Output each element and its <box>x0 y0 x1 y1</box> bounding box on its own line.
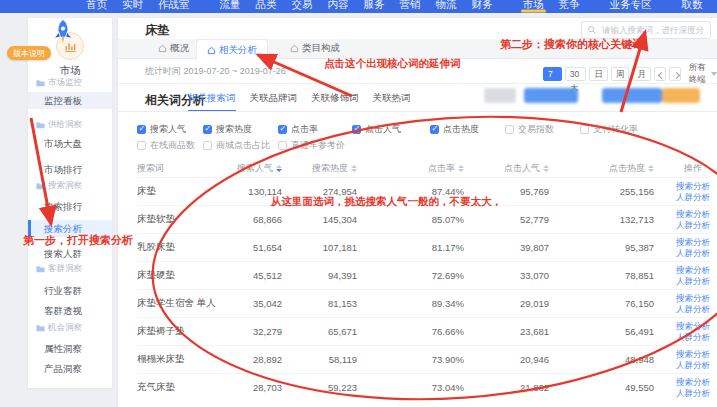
search-analysis-link[interactable]: 搜索分析 <box>676 237 710 247</box>
shop-icon <box>158 44 167 53</box>
crowd-analysis-link[interactable]: 人群分析 <box>676 388 710 398</box>
subtab-related-search-words[interactable]: 相关搜索词 <box>188 92 236 112</box>
nav-item-marketing[interactable]: 营销 <box>400 0 421 11</box>
col-click-popularity[interactable]: 点击人气 <box>472 162 557 175</box>
tab-related-analysis[interactable]: 相关分析 <box>196 39 268 60</box>
col-search-term[interactable]: 搜索词 <box>137 162 235 175</box>
shop-icon <box>290 44 299 53</box>
metric-click-heat[interactable]: 点击热度 <box>430 124 479 135</box>
redacted-button-orange[interactable] <box>662 88 700 103</box>
date-7d-button[interactable]: 7天 <box>543 67 562 81</box>
crowd-analysis-link[interactable]: 人群分析 <box>676 304 710 314</box>
col-search-popularity[interactable]: 搜索人气 <box>235 162 290 175</box>
nav-item-logistics[interactable]: 物流 <box>436 0 457 11</box>
table-row: 床垫 130,114 274,954 87.44% 95,769 255,156… <box>137 177 710 205</box>
search-analysis-link[interactable]: 搜索分析 <box>676 321 710 331</box>
date-week-button[interactable]: 周 <box>611 67 630 81</box>
table-row: 床垫学生宿舍 单人 35,042 81,153 89.34% 29,019 76… <box>137 289 710 317</box>
sidebar-item-market-ranking[interactable]: 市场排行 <box>28 161 112 178</box>
redacted-button-blue-1[interactable] <box>524 88 578 103</box>
crowd-analysis-link[interactable]: 人群分析 <box>676 192 710 202</box>
search-analysis-link[interactable]: 搜索分析 <box>676 377 710 387</box>
crowd-analysis-link[interactable]: 人群分析 <box>676 276 710 286</box>
sidebar-section-supply-insight[interactable]: 供给洞察 <box>28 118 112 132</box>
metric-mall-click-share[interactable]: 商城点击占比 <box>203 140 270 151</box>
search-term: 床垫 <box>137 185 235 198</box>
sidebar-item-search-crowd[interactable]: 搜索人群 <box>28 245 112 262</box>
metric-ctr[interactable]: 点击率 <box>278 124 318 135</box>
search-term: 床垫硬垫 <box>137 269 235 282</box>
search-analysis-link[interactable]: 搜索分析 <box>676 349 710 359</box>
nav-item-finance[interactable]: 财务 <box>472 0 493 11</box>
sort-icon <box>351 165 357 172</box>
tab-category-composition[interactable]: 类目构成 <box>280 39 350 58</box>
crowd-analysis-link[interactable]: 人群分析 <box>676 248 710 258</box>
col-click-heat[interactable]: 点击热度 <box>557 162 662 175</box>
crowd-analysis-link[interactable]: 人群分析 <box>676 332 710 342</box>
sidebar-section-search-insight[interactable]: 搜索洞察 <box>28 179 112 193</box>
search-analysis-link[interactable]: 搜索分析 <box>676 293 710 303</box>
date-month-button[interactable]: 月 <box>632 67 651 81</box>
date-next-button[interactable] <box>669 67 681 81</box>
metric-search-popularity[interactable]: 搜索人气 <box>137 124 186 135</box>
main-panel: 床垫 概况 相关分析 类目构成 统计时间 2019-07-20 ~ 2019-0… <box>118 18 717 407</box>
table-row: 床垫褥子垫 32,279 65,671 76.66% 23,681 56,491… <box>137 317 710 345</box>
search-analysis-link[interactable]: 搜索分析 <box>676 181 710 191</box>
sidebar-item-search-ranking[interactable]: 搜索排行 <box>28 198 112 215</box>
tab-overview[interactable]: 概况 <box>148 39 199 58</box>
sidebar-item-customer-perspective[interactable]: 客群透视 <box>28 302 112 319</box>
divider <box>118 111 717 112</box>
date-day-button[interactable]: 日 <box>589 67 608 81</box>
nav-item-warroom[interactable]: 作战室 <box>158 0 190 11</box>
metric-pay-conversion[interactable]: 支付转化率 <box>580 124 638 135</box>
folder-icon <box>36 121 45 129</box>
rocket-icon[interactable] <box>50 19 76 46</box>
search-term: 床垫褥子垫 <box>137 325 235 338</box>
search-analysis-link[interactable]: 搜索分析 <box>676 265 710 275</box>
nav-item-business-zone[interactable]: 业务专区 <box>610 0 652 11</box>
search-input[interactable] <box>600 24 705 36</box>
sidebar-item-search-analysis[interactable]: 搜索分析 <box>28 220 112 237</box>
metric-ztc-ref-price[interactable]: 直通车参考价 <box>278 140 345 151</box>
nav-item-traffic[interactable]: 流量 <box>220 0 241 11</box>
nav-item-category[interactable]: 品类 <box>256 0 277 11</box>
nav-item-realtime[interactable]: 实时 <box>122 0 143 11</box>
col-search-heat[interactable]: 搜索热度 <box>290 162 365 175</box>
nav-item-market-active[interactable]: 市场 <box>523 0 544 11</box>
metric-trade-index[interactable]: 交易指数 <box>505 124 554 135</box>
nav-item-home[interactable]: 首页 <box>86 0 107 11</box>
redacted-button-blue-2[interactable] <box>602 88 662 103</box>
sidebar-item-product-insight[interactable]: 产品洞察 <box>28 360 112 377</box>
nav-item-competition[interactable]: 竞争 <box>559 0 580 11</box>
sidebar-section-customer-insight[interactable]: 客群洞察 <box>28 262 112 276</box>
keyword-title: 床垫 <box>145 22 169 39</box>
sidebar-item-industry-customers[interactable]: 行业客群 <box>28 282 112 299</box>
checkbox-icon <box>203 141 212 150</box>
sidebar-section-market-monitor[interactable]: 市场监控 <box>28 76 112 90</box>
date-30d-button[interactable]: 30天 <box>565 67 587 81</box>
subtab-related-brand-words[interactable]: 关联品牌词 <box>250 92 298 112</box>
sidebar-item-attribute-insight[interactable]: 属性洞察 <box>28 340 112 357</box>
version-badge[interactable]: 版本说明 <box>7 46 51 60</box>
crowd-analysis-link[interactable]: 人群分析 <box>676 360 710 370</box>
metric-search-heat[interactable]: 搜索热度 <box>203 124 252 135</box>
nav-item-trade[interactable]: 交易 <box>292 0 313 11</box>
nav-item-content[interactable]: 内容 <box>328 0 349 11</box>
sidebar-section-opportunity-insight[interactable]: 机会洞察 <box>28 321 112 335</box>
sidebar-item-monitor-board[interactable]: 监控看板 <box>28 92 112 109</box>
redacted-toolbar <box>478 88 707 104</box>
nav-item-data-extract[interactable]: 取数 <box>682 0 703 11</box>
metric-online-items[interactable]: 在线商品数 <box>137 140 195 151</box>
sidebar-item-market-overview[interactable]: 市场大盘 <box>28 135 112 152</box>
search-term: 乳胶床垫 <box>137 241 235 254</box>
table-row: 乳胶床垫 51,654 107,181 81.17% 39,807 95,387… <box>137 233 710 261</box>
subtab-related-modifier-words[interactable]: 关联修饰词 <box>311 92 359 112</box>
col-ctr[interactable]: 点击率 <box>365 162 472 175</box>
nav-item-service[interactable]: 服务 <box>364 0 385 11</box>
metric-click-popularity[interactable]: 点击人气 <box>352 124 401 135</box>
crowd-analysis-link[interactable]: 人群分析 <box>676 220 710 230</box>
date-prev-button[interactable] <box>654 67 666 81</box>
checkbox-checked-icon <box>278 125 287 134</box>
subtab-related-hot-words[interactable]: 关联热词 <box>373 92 411 112</box>
search-analysis-link[interactable]: 搜索分析 <box>676 209 710 219</box>
